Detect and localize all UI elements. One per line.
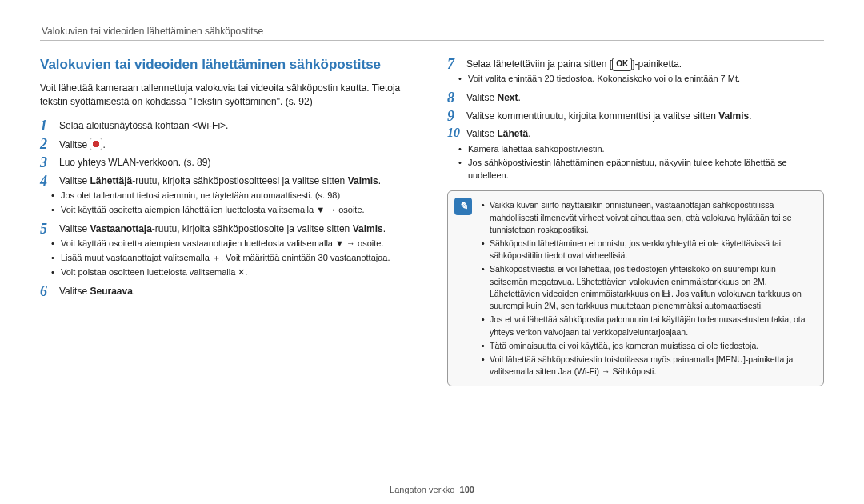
step-7-text: Selaa lähetettäviin ja paina sitten [OK]… [466, 57, 824, 71]
step-10-text: Valitse Lähetä. [466, 126, 824, 141]
step-number-6: 6 [40, 284, 59, 298]
right-column: 7 Selaa lähetettäviin ja paina sitten [O… [447, 52, 824, 386]
list-item: Voit poistaa osoitteen luettelosta valit… [61, 266, 417, 279]
step-number-2: 2 [40, 137, 59, 152]
step-number-8: 8 [447, 90, 466, 105]
left-column: Valokuvien tai videoiden lähettäminen sä… [40, 52, 417, 386]
info-notebox: ✎ Vaikka kuvan siirto näyttäisikin onnis… [447, 190, 824, 386]
step-number-10: 10 [447, 126, 466, 141]
list-item: Tätä ominaisuutta ei voi käyttää, jos ka… [490, 340, 815, 352]
section-title: Valokuvien tai videoiden lähettäminen sä… [40, 55, 417, 75]
list-item: Kamera lähettää sähköpostiviestin. [468, 143, 824, 156]
list-item: Sähköpostiviestiä ei voi lähettää, jos t… [490, 263, 815, 312]
step-10-sublist: Kamera lähettää sähköpostiviestin. Jos s… [468, 143, 824, 183]
step-8-text: Valitse Next. [466, 90, 824, 105]
page-footer: Langaton verkko 100 [0, 485, 864, 494]
list-item: Jos sähköpostiviestin lähettäminen epäon… [468, 157, 824, 182]
list-item: Voit valita enintään 20 tiedostoa. Kokon… [468, 73, 824, 86]
list-item: Vaikka kuvan siirto näyttäisikin onnistu… [490, 199, 815, 236]
step-5-text: Valitse Vastaanottaja-ruutu, kirjoita sä… [59, 222, 417, 236]
note-list: Vaikka kuvan siirto näyttäisikin onnistu… [480, 198, 815, 379]
step-4-text: Valitse Lähettäjä-ruutu, kirjoita sähköp… [59, 174, 417, 188]
step-5-sublist: Voit käyttää osoitetta aiempien vastaano… [61, 238, 417, 279]
step-1-text: Selaa aloitusnäytössä kohtaan <Wi-Fi>. [59, 118, 417, 133]
email-app-icon [90, 138, 102, 150]
footer-page-number: 100 [460, 485, 474, 494]
step-9-text: Valitse kommenttiruutu, kirjoita komment… [466, 109, 824, 123]
list-item: Voit lähettää sähköpostiviestin toistoti… [490, 354, 815, 378]
step-number-9: 9 [447, 109, 466, 123]
step-number-5: 5 [40, 222, 59, 236]
list-item: Voit käyttää osoitetta aiempien lähettäj… [61, 204, 417, 217]
footer-section: Langaton verkko [390, 485, 454, 494]
list-item: Jos et voi lähettää sähköpostia palomuur… [490, 314, 815, 338]
step-number-3: 3 [40, 155, 59, 170]
note-icon: ✎ [454, 198, 472, 215]
step-number-1: 1 [40, 118, 59, 133]
list-item: Sähköpostin lähettäminen ei onnistu, jos… [490, 238, 815, 262]
intro-text: Voit lähettää kameraan tallennettuja val… [40, 82, 417, 110]
ok-key-icon: OK [612, 58, 632, 71]
step-6-text: Valitse Seuraava. [59, 284, 417, 298]
list-item: Jos olet tallentanut tietosi aiemmin, ne… [61, 190, 417, 202]
header-divider [40, 40, 824, 41]
list-item: Lisää muut vastaanottajat valitsemalla ＋… [61, 252, 417, 265]
step-4-sublist: Jos olet tallentanut tietosi aiemmin, ne… [61, 190, 417, 217]
step-3-text: Luo yhteys WLAN-verkkoon. (s. 89) [59, 155, 417, 170]
running-header: Valokuvien tai videoiden lähettäminen sä… [40, 26, 824, 37]
step-number-7: 7 [447, 57, 466, 71]
step-2-text: Valitse . [59, 137, 417, 152]
list-item: Voit käyttää osoitetta aiempien vastaano… [61, 238, 417, 250]
step-7-sublist: Voit valita enintään 20 tiedostoa. Kokon… [468, 73, 824, 86]
step-number-4: 4 [40, 174, 59, 188]
